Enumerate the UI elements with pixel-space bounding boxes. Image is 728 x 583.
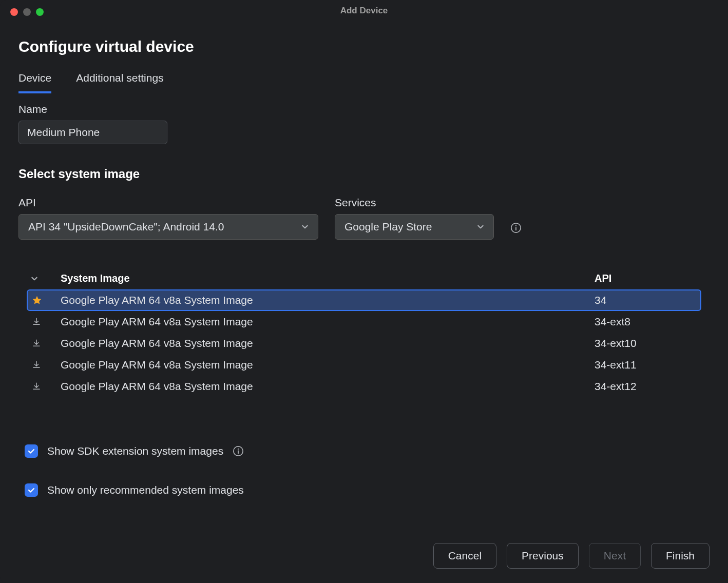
row-api-value: 34-ext10 [595,337,697,349]
svg-rect-5 [238,451,239,454]
row-image-name: Google Play ARM 64 v8a System Image [61,337,595,349]
table-header: System Image API [27,267,701,289]
row-image-name: Google Play ARM 64 v8a System Image [61,359,595,371]
dropdown-row: API API 34 "UpsideDownCake"; Android 14.… [18,197,710,240]
row-image-name: Google Play ARM 64 v8a System Image [61,380,595,393]
col-header-name[interactable]: System Image [61,273,595,284]
checkbox-group: Show SDK extension system images Show on… [25,436,710,497]
recommended-checkbox[interactable] [25,483,38,497]
download-icon [31,382,51,391]
download-icon [31,360,51,370]
download-icon [31,317,51,326]
system-image-table: System Image API Google Play ARM 64 v8a … [27,267,701,397]
services-label: Services [335,197,494,209]
row-image-name: Google Play ARM 64 v8a System Image [61,294,595,306]
star-icon [31,295,51,305]
table-row[interactable]: Google Play ARM 64 v8a System Image34-ex… [27,333,701,354]
close-window-button[interactable] [10,8,18,16]
maximize-window-button[interactable] [36,8,44,16]
system-image-heading: Select system image [18,167,710,181]
minimize-window-button[interactable] [23,8,31,16]
cancel-button[interactable]: Cancel [433,543,496,569]
page-title: Configure virtual device [18,38,710,55]
row-api-value: 34-ext12 [595,380,697,393]
tab-additional-settings[interactable]: Additional settings [76,72,163,93]
chevron-down-icon [477,223,484,230]
name-input[interactable] [18,121,167,144]
row-api-value: 34-ext11 [595,359,697,371]
api-label: API [18,197,318,209]
row-image-name: Google Play ARM 64 v8a System Image [61,316,595,328]
footer-buttons: Cancel Previous Next Finish [433,543,710,569]
sdk-ext-label: Show SDK extension system images [47,445,223,457]
table-expand-icon[interactable] [31,275,61,282]
sdk-ext-checkbox-row: Show SDK extension system images [25,444,710,458]
services-info-icon[interactable] [510,222,522,240]
sdk-ext-checkbox[interactable] [25,444,38,458]
window-title: Add Device [340,6,388,16]
row-api-value: 34 [595,294,697,306]
tab-device[interactable]: Device [18,72,51,93]
chevron-down-icon [301,223,309,230]
col-header-api[interactable]: API [595,273,697,284]
services-value: Google Play Store [344,221,432,233]
api-value: API 34 "UpsideDownCake"; Android 14.0 [28,221,224,233]
previous-button[interactable]: Previous [507,543,579,569]
title-bar: Add Device [0,0,728,22]
table-row[interactable]: Google Play ARM 64 v8a System Image34-ex… [27,311,701,333]
services-group: Services Google Play Store [335,197,494,240]
content-area: Configure virtual device Device Addition… [0,22,728,497]
traffic-lights [10,8,44,16]
table-row[interactable]: Google Play ARM 64 v8a System Image34-ex… [27,354,701,376]
recommended-checkbox-row: Show only recommended system images [25,483,710,497]
name-label: Name [18,103,710,115]
row-api-value: 34-ext8 [595,316,697,328]
api-group: API API 34 "UpsideDownCake"; Android 14.… [18,197,318,240]
add-device-window: Add Device Configure virtual device Devi… [0,0,728,583]
svg-point-4 [238,449,239,450]
services-dropdown[interactable]: Google Play Store [335,214,494,240]
svg-rect-2 [515,227,516,230]
next-button: Next [589,543,641,569]
sdk-ext-info-icon[interactable] [233,445,244,457]
finish-button[interactable]: Finish [651,543,710,569]
svg-point-1 [515,225,516,226]
table-body: Google Play ARM 64 v8a System Image34Goo… [27,289,701,397]
table-row[interactable]: Google Play ARM 64 v8a System Image34-ex… [27,376,701,397]
tab-bar: Device Additional settings [18,72,710,94]
table-row[interactable]: Google Play ARM 64 v8a System Image34 [27,289,701,311]
download-icon [31,339,51,348]
api-dropdown[interactable]: API 34 "UpsideDownCake"; Android 14.0 [18,214,318,240]
recommended-label: Show only recommended system images [47,484,244,496]
